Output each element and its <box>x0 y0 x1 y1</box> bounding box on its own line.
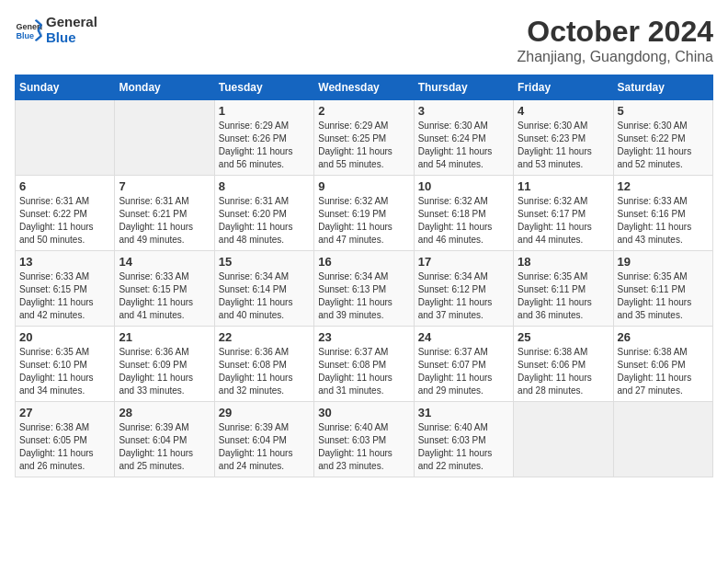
calendar-cell: 1Sunrise: 6:29 AMSunset: 6:26 PMDaylight… <box>214 100 313 176</box>
day-info: Sunrise: 6:31 AMSunset: 6:20 PMDaylight:… <box>219 195 310 247</box>
calendar-cell: 12Sunrise: 6:33 AMSunset: 6:16 PMDayligh… <box>613 176 712 251</box>
day-number: 20 <box>19 330 110 344</box>
day-number: 28 <box>119 406 210 419</box>
calendar-cell: 14Sunrise: 6:33 AMSunset: 6:15 PMDayligh… <box>115 251 214 327</box>
calendar-cell: 8Sunrise: 6:31 AMSunset: 6:20 PMDaylight… <box>214 176 313 251</box>
day-number: 31 <box>418 406 509 419</box>
calendar-cell: 20Sunrise: 6:35 AMSunset: 6:10 PMDayligh… <box>16 327 115 402</box>
day-number: 5 <box>618 104 709 118</box>
logo: General Blue General Blue <box>15 15 97 45</box>
day-info: Sunrise: 6:29 AMSunset: 6:26 PMDaylight:… <box>219 120 310 171</box>
calendar-cell: 9Sunrise: 6:32 AMSunset: 6:19 PMDaylight… <box>314 176 414 251</box>
day-number: 1 <box>219 104 310 118</box>
day-info: Sunrise: 6:34 AMSunset: 6:13 PMDaylight:… <box>318 270 409 322</box>
day-info: Sunrise: 6:34 AMSunset: 6:12 PMDaylight:… <box>418 270 509 322</box>
day-number: 8 <box>219 179 310 193</box>
calendar-week-row: 27Sunrise: 6:38 AMSunset: 6:05 PMDayligh… <box>16 402 713 477</box>
calendar-week-row: 1Sunrise: 6:29 AMSunset: 6:26 PMDaylight… <box>16 100 713 176</box>
header-thursday: Thursday <box>414 75 513 100</box>
calendar-table: SundayMondayTuesdayWednesdayThursdayFrid… <box>15 75 713 477</box>
day-number: 11 <box>518 179 609 193</box>
day-number: 6 <box>19 179 110 193</box>
day-number: 24 <box>418 330 509 344</box>
day-info: Sunrise: 6:33 AMSunset: 6:16 PMDaylight:… <box>618 195 709 247</box>
day-number: 10 <box>418 179 509 193</box>
day-info: Sunrise: 6:32 AMSunset: 6:18 PMDaylight:… <box>418 195 509 247</box>
day-number: 18 <box>518 255 609 269</box>
page-title: October 2024 <box>518 15 714 49</box>
title-block: October 2024 Zhanjiang, Guangdong, China <box>518 15 714 65</box>
calendar-week-row: 20Sunrise: 6:35 AMSunset: 6:10 PMDayligh… <box>16 327 713 402</box>
calendar-cell: 7Sunrise: 6:31 AMSunset: 6:21 PMDaylight… <box>115 176 214 251</box>
day-info: Sunrise: 6:35 AMSunset: 6:10 PMDaylight:… <box>19 346 110 397</box>
day-number: 16 <box>318 255 409 269</box>
day-number: 2 <box>318 104 409 118</box>
header-friday: Friday <box>514 75 613 100</box>
header-sunday: Sunday <box>16 75 115 100</box>
calendar-header-row: SundayMondayTuesdayWednesdayThursdayFrid… <box>16 75 713 100</box>
day-info: Sunrise: 6:32 AMSunset: 6:19 PMDaylight:… <box>318 195 409 247</box>
day-info: Sunrise: 6:30 AMSunset: 6:22 PMDaylight:… <box>618 120 709 171</box>
logo-icon: General Blue <box>15 17 42 44</box>
calendar-cell: 21Sunrise: 6:36 AMSunset: 6:09 PMDayligh… <box>115 327 214 402</box>
day-number: 14 <box>119 255 210 269</box>
day-info: Sunrise: 6:39 AMSunset: 6:04 PMDaylight:… <box>219 421 310 473</box>
day-info: Sunrise: 6:30 AMSunset: 6:23 PMDaylight:… <box>518 120 609 171</box>
header-monday: Monday <box>115 75 214 100</box>
calendar-cell <box>16 100 115 176</box>
calendar-cell: 24Sunrise: 6:37 AMSunset: 6:07 PMDayligh… <box>414 327 513 402</box>
day-info: Sunrise: 6:38 AMSunset: 6:06 PMDaylight:… <box>618 346 709 397</box>
calendar-cell: 6Sunrise: 6:31 AMSunset: 6:22 PMDaylight… <box>16 176 115 251</box>
calendar-cell: 3Sunrise: 6:30 AMSunset: 6:24 PMDaylight… <box>414 100 513 176</box>
day-info: Sunrise: 6:40 AMSunset: 6:03 PMDaylight:… <box>418 421 509 473</box>
day-info: Sunrise: 6:39 AMSunset: 6:04 PMDaylight:… <box>119 421 210 473</box>
day-info: Sunrise: 6:33 AMSunset: 6:15 PMDaylight:… <box>19 270 110 322</box>
day-number: 13 <box>19 255 110 269</box>
day-info: Sunrise: 6:40 AMSunset: 6:03 PMDaylight:… <box>318 421 409 473</box>
calendar-cell: 30Sunrise: 6:40 AMSunset: 6:03 PMDayligh… <box>314 402 414 477</box>
calendar-cell: 23Sunrise: 6:37 AMSunset: 6:08 PMDayligh… <box>314 327 414 402</box>
day-number: 15 <box>219 255 310 269</box>
day-info: Sunrise: 6:34 AMSunset: 6:14 PMDaylight:… <box>219 270 310 322</box>
day-number: 12 <box>618 179 709 193</box>
day-number: 17 <box>418 255 509 269</box>
day-number: 9 <box>318 179 409 193</box>
calendar-cell: 27Sunrise: 6:38 AMSunset: 6:05 PMDayligh… <box>16 402 115 477</box>
calendar-cell: 18Sunrise: 6:35 AMSunset: 6:11 PMDayligh… <box>514 251 613 327</box>
day-info: Sunrise: 6:33 AMSunset: 6:15 PMDaylight:… <box>119 270 210 322</box>
calendar-cell: 26Sunrise: 6:38 AMSunset: 6:06 PMDayligh… <box>613 327 712 402</box>
day-number: 4 <box>518 104 609 118</box>
calendar-cell: 19Sunrise: 6:35 AMSunset: 6:11 PMDayligh… <box>613 251 712 327</box>
calendar-cell: 5Sunrise: 6:30 AMSunset: 6:22 PMDaylight… <box>613 100 712 176</box>
calendar-cell: 10Sunrise: 6:32 AMSunset: 6:18 PMDayligh… <box>414 176 513 251</box>
logo-general-text: General <box>46 15 97 30</box>
day-info: Sunrise: 6:38 AMSunset: 6:05 PMDaylight:… <box>19 421 110 473</box>
day-info: Sunrise: 6:32 AMSunset: 6:17 PMDaylight:… <box>518 195 609 247</box>
day-info: Sunrise: 6:35 AMSunset: 6:11 PMDaylight:… <box>618 270 709 322</box>
day-info: Sunrise: 6:31 AMSunset: 6:22 PMDaylight:… <box>19 195 110 247</box>
svg-text:Blue: Blue <box>17 31 35 40</box>
calendar-cell: 4Sunrise: 6:30 AMSunset: 6:23 PMDaylight… <box>514 100 613 176</box>
calendar-cell: 28Sunrise: 6:39 AMSunset: 6:04 PMDayligh… <box>115 402 214 477</box>
day-number: 19 <box>618 255 709 269</box>
calendar-cell <box>514 402 613 477</box>
calendar-cell: 29Sunrise: 6:39 AMSunset: 6:04 PMDayligh… <box>214 402 313 477</box>
page-header: General Blue General Blue October 2024 Z… <box>15 15 713 65</box>
day-number: 29 <box>219 406 310 419</box>
day-number: 23 <box>318 330 409 344</box>
day-number: 3 <box>418 104 509 118</box>
calendar-cell: 2Sunrise: 6:29 AMSunset: 6:25 PMDaylight… <box>314 100 414 176</box>
day-number: 25 <box>518 330 609 344</box>
calendar-week-row: 13Sunrise: 6:33 AMSunset: 6:15 PMDayligh… <box>16 251 713 327</box>
day-number: 22 <box>219 330 310 344</box>
day-info: Sunrise: 6:38 AMSunset: 6:06 PMDaylight:… <box>518 346 609 397</box>
calendar-cell: 25Sunrise: 6:38 AMSunset: 6:06 PMDayligh… <box>514 327 613 402</box>
day-number: 26 <box>618 330 709 344</box>
day-info: Sunrise: 6:31 AMSunset: 6:21 PMDaylight:… <box>119 195 210 247</box>
day-number: 27 <box>19 406 110 419</box>
calendar-cell: 17Sunrise: 6:34 AMSunset: 6:12 PMDayligh… <box>414 251 513 327</box>
day-info: Sunrise: 6:29 AMSunset: 6:25 PMDaylight:… <box>318 120 409 171</box>
calendar-cell: 13Sunrise: 6:33 AMSunset: 6:15 PMDayligh… <box>16 251 115 327</box>
day-info: Sunrise: 6:35 AMSunset: 6:11 PMDaylight:… <box>518 270 609 322</box>
calendar-cell <box>613 402 712 477</box>
